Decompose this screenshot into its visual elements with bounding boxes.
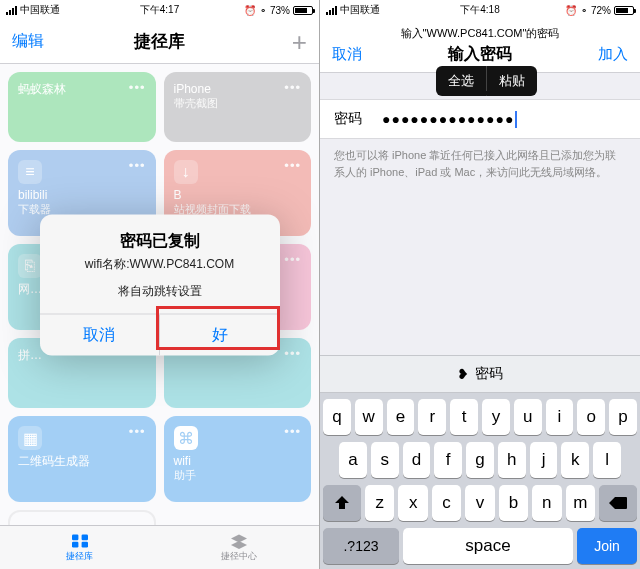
password-label: 密码 <box>334 110 382 128</box>
status-bar: 中国联通 下午4:17 ⏰⚬ 73% <box>0 0 319 20</box>
tab-library[interactable]: 捷径库 <box>0 526 160 569</box>
library-header: 编辑 捷径库 + <box>0 20 319 64</box>
key-d[interactable]: d <box>403 442 431 478</box>
paste-button[interactable]: 粘贴 <box>487 66 537 96</box>
key-o[interactable]: o <box>577 399 605 435</box>
tab-gallery[interactable]: 捷径中心 <box>160 526 320 569</box>
key-y[interactable]: y <box>482 399 510 435</box>
key-m[interactable]: m <box>566 485 595 521</box>
password-value: ●●●●●●●●●●●●●● <box>382 111 514 127</box>
kb-row-2: a s d f g h j k l <box>323 442 637 478</box>
status-time: 下午4:17 <box>0 3 319 17</box>
alert-title: 密码已复制 <box>54 230 266 251</box>
key-a[interactable]: a <box>339 442 367 478</box>
phone-shortcuts: 中国联通 下午4:17 ⏰⚬ 73% 编辑 捷径库 + •••蚂蚁森林 •••i… <box>0 0 320 569</box>
key-z[interactable]: z <box>365 485 394 521</box>
alert-subtitle: wifi名称:WWW.PC841.COM <box>54 255 266 272</box>
select-all-button[interactable]: 全选 <box>436 66 487 96</box>
text-cursor <box>515 111 517 128</box>
key-space[interactable]: space <box>403 528 573 564</box>
status-bar: 中国联通 下午4:18 ⏰⚬ 72% <box>320 0 640 20</box>
key-r[interactable]: r <box>418 399 446 435</box>
svg-rect-0 <box>72 534 78 540</box>
battery-icon <box>293 6 313 15</box>
key-h[interactable]: h <box>498 442 526 478</box>
keyboard: q w e r t y u i o p a s d f g h j k l <box>320 393 640 569</box>
sheet-title: 输入密码 <box>320 44 640 65</box>
key-g[interactable]: g <box>466 442 494 478</box>
battery-icon <box>614 6 634 15</box>
key-e[interactable]: e <box>387 399 415 435</box>
key-w[interactable]: w <box>355 399 383 435</box>
status-time: 下午4:18 <box>320 3 640 17</box>
kb-row-3: z x c v b n m <box>323 485 637 521</box>
alert-message: 将自动跳转设置 <box>54 282 266 299</box>
key-u[interactable]: u <box>514 399 542 435</box>
grid-icon <box>70 533 90 549</box>
kb-row-1: q w e r t y u i o p <box>323 399 637 435</box>
key-p[interactable]: p <box>609 399 637 435</box>
key-b[interactable]: b <box>499 485 528 521</box>
svg-rect-3 <box>81 541 87 547</box>
svg-rect-1 <box>81 534 87 540</box>
kb-row-4: .?123 space Join <box>323 528 637 564</box>
key-n[interactable]: n <box>532 485 561 521</box>
key-icon: ❥ <box>457 366 469 382</box>
sharing-hint: 您也可以将 iPhone 靠近任何已接入此网络且已添加您为联系人的 iPhone… <box>320 139 640 188</box>
key-shift[interactable] <box>323 485 361 521</box>
key-c[interactable]: c <box>432 485 461 521</box>
key-backspace[interactable] <box>599 485 637 521</box>
stack-icon <box>229 533 249 549</box>
key-f[interactable]: f <box>434 442 462 478</box>
password-field-row[interactable]: 全选 粘贴 密码 ●●●●●●●●●●●●●● <box>320 99 640 139</box>
page-title: 捷径库 <box>0 30 319 53</box>
key-join[interactable]: Join <box>577 528 637 564</box>
edit-menu-popover: 全选 粘贴 <box>436 66 537 96</box>
key-q[interactable]: q <box>323 399 351 435</box>
key-i[interactable]: i <box>546 399 574 435</box>
key-v[interactable]: v <box>465 485 494 521</box>
highlight-ok <box>156 306 280 350</box>
svg-rect-2 <box>72 541 78 547</box>
tab-bar: 捷径库 捷径中心 <box>0 525 319 569</box>
key-s[interactable]: s <box>371 442 399 478</box>
phone-wifi-password: 中国联通 下午4:18 ⏰⚬ 72% 输入"WWW.PC841.COM"的密码 … <box>320 0 640 569</box>
alert-cancel-button[interactable]: 取消 <box>40 314 161 355</box>
key-j[interactable]: j <box>530 442 558 478</box>
key-x[interactable]: x <box>398 485 427 521</box>
quicktype-bar[interactable]: ❥密码 <box>320 355 640 393</box>
key-l[interactable]: l <box>593 442 621 478</box>
key-k[interactable]: k <box>561 442 589 478</box>
key-numbers[interactable]: .?123 <box>323 528 399 564</box>
key-t[interactable]: t <box>450 399 478 435</box>
network-prompt: 输入"WWW.PC841.COM"的密码 <box>320 26 640 41</box>
